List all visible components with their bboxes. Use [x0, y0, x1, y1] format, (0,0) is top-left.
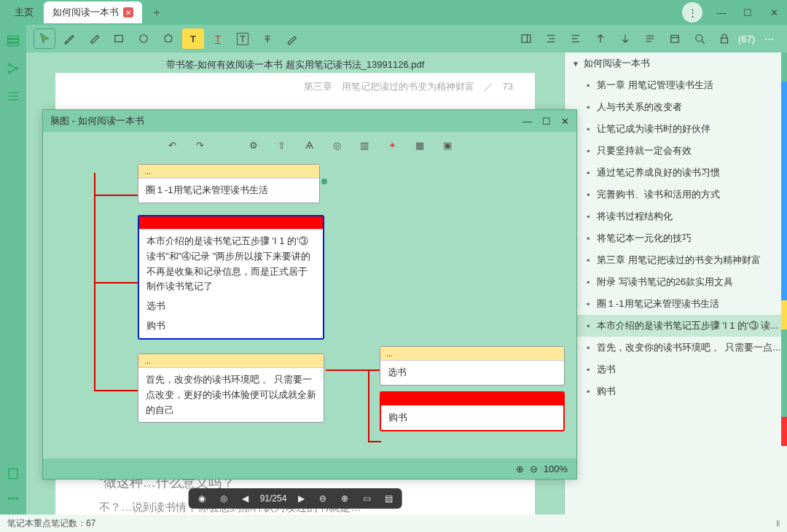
- mm-minimize-icon[interactable]: —: [522, 116, 532, 127]
- tab-doc[interactable]: 如何阅读一本书 ✕: [44, 1, 142, 23]
- highlighter-tool[interactable]: [281, 28, 303, 49]
- indent-left-icon[interactable]: [540, 28, 562, 49]
- svg-point-10: [9, 498, 11, 500]
- mm-zoom-out[interactable]: ⊖: [530, 463, 538, 474]
- mm-node-2[interactable]: . 本市介绍的是读书笔记五步骤 'I 1 的'③读书"和"④记录 "两步所以接下…: [138, 215, 324, 340]
- redo-icon[interactable]: ↷: [192, 137, 208, 153]
- download-icon[interactable]: [614, 28, 636, 49]
- mm-node-5[interactable]: . 购书: [380, 391, 565, 431]
- text-highlight-tool[interactable]: T: [182, 28, 204, 49]
- mm-node-1-head: ...: [138, 165, 319, 179]
- columns-icon[interactable]: ▥: [356, 137, 372, 153]
- zoom-in-icon[interactable]: ⊕: [337, 491, 352, 506]
- mm-node-3-head: ...: [138, 354, 324, 368]
- outline-item-label: 通过笔记养成良好的读书习惯: [597, 166, 720, 179]
- outline-icon[interactable]: [6, 34, 20, 48]
- circle-tool[interactable]: [133, 28, 154, 49]
- outline-item[interactable]: ▼如何阅读一本书: [565, 52, 787, 74]
- mindmap-icon[interactable]: [6, 61, 20, 76]
- tab-add[interactable]: ＋: [144, 1, 170, 25]
- outline-item[interactable]: 第一章 用笔记管理读书生活: [565, 74, 787, 96]
- tab-close-icon[interactable]: ✕: [123, 7, 133, 17]
- pager-next[interactable]: ▶: [294, 491, 308, 506]
- indent-right-icon[interactable]: [565, 28, 587, 49]
- close-button[interactable]: ✕: [767, 7, 781, 18]
- tab-main-label: 主页: [15, 6, 34, 19]
- outline-item[interactable]: 让笔记成为读书时的好伙伴: [565, 118, 787, 140]
- format-icon[interactable]: [639, 28, 661, 49]
- mm-node-2-head: .: [139, 216, 323, 230]
- target-icon[interactable]: ◎: [329, 137, 345, 153]
- outline-item[interactable]: ▶圈１-1用笔记来管理读书生活: [565, 293, 787, 315]
- mindmap-titlebar[interactable]: 脑图 - 如何阅读一本书 — ☐ ✕: [43, 110, 576, 132]
- rect-tool[interactable]: [108, 28, 130, 49]
- outline-item[interactable]: 人与书关系的改变者: [565, 96, 787, 118]
- undo-icon[interactable]: ↶: [164, 137, 180, 153]
- panel-toggle[interactable]: [515, 28, 537, 49]
- outline-item-label: 第一章 用笔记管理读书生活: [597, 79, 713, 92]
- overflow-icon[interactable]: ⋯: [758, 28, 780, 49]
- search-icon[interactable]: [689, 28, 710, 49]
- find-icon[interactable]: Ѧ: [301, 137, 317, 153]
- outline-item-label: 选书: [597, 363, 616, 376]
- arrow-icon[interactable]: ▼: [572, 60, 579, 68]
- outline-item[interactable]: 只要坚持就一定会有效: [565, 140, 787, 162]
- pen-tool[interactable]: [58, 28, 80, 49]
- mm-handle[interactable]: [321, 179, 327, 184]
- outline-item[interactable]: 将读书过程结构化: [565, 206, 787, 227]
- upload-icon[interactable]: [590, 28, 611, 49]
- grid-icon[interactable]: ▦: [412, 137, 428, 153]
- pager-pages: 91/254: [260, 493, 287, 504]
- mm-node-1[interactable]: ... 圈１-1用笔记来管理读书生活: [138, 164, 320, 203]
- maximize-button[interactable]: ☐: [740, 7, 755, 18]
- more-icon[interactable]: [6, 491, 20, 506]
- text-strike-tool[interactable]: T: [257, 28, 278, 49]
- theme-icon[interactable]: ✦: [384, 137, 400, 153]
- pager-first[interactable]: ◉: [195, 491, 209, 506]
- pointer-tool[interactable]: [34, 28, 55, 49]
- outline-item[interactable]: ▼首先，改变你的读书环境吧 。 只需要一点...: [565, 337, 787, 359]
- fit-width-icon[interactable]: ▭: [359, 491, 374, 506]
- outline-item-label: 将读书过程结构化: [597, 210, 673, 223]
- outline-item[interactable]: 选书: [565, 359, 787, 380]
- pager-prev[interactable]: ◀: [238, 491, 253, 506]
- pager-prev-sec[interactable]: ◎: [216, 491, 231, 506]
- minimize-button[interactable]: —: [714, 7, 729, 18]
- export-icon[interactable]: ⇧: [273, 137, 289, 153]
- svg-rect-30: [721, 38, 727, 43]
- image-icon[interactable]: ▣: [439, 137, 455, 153]
- list-icon[interactable]: [6, 89, 20, 103]
- outline-item[interactable]: ▶附录 写读书笔记的26款实用文具: [565, 271, 787, 293]
- more-menu-button[interactable]: ⋮: [682, 2, 702, 23]
- mm-zoom-in[interactable]: ⊕: [516, 463, 524, 474]
- calendar-icon[interactable]: [664, 28, 686, 49]
- mm-close-icon[interactable]: ✕: [561, 116, 569, 127]
- outline-item[interactable]: 完善购书、读书和活用的方式: [565, 184, 787, 206]
- settings-icon[interactable]: ⚙: [246, 137, 262, 153]
- outline-item[interactable]: 通过笔记养成良好的读书习惯: [565, 162, 787, 184]
- outline-item[interactable]: ▶第三章 用笔记把读过的书变为精神财富: [565, 249, 787, 271]
- text-underline-tool[interactable]: T: [207, 28, 229, 49]
- mm-node-4-head: ...: [380, 347, 564, 361]
- polygon-tool[interactable]: [157, 28, 179, 49]
- zoom-out-icon[interactable]: ⊖: [316, 491, 330, 506]
- outline-item[interactable]: 购书: [565, 380, 787, 402]
- statusbar: 笔记本重点笔记数：67 ⫴: [0, 515, 787, 532]
- mm-node-3[interactable]: ... 首先，改变你的读书环境吧 。 只需要一点改变，更好的读书体验便可以成就全…: [138, 353, 324, 423]
- outline-panel: ▼如何阅读一本书第一章 用笔记管理读书生活人与书关系的改变者让笔记成为读书时的好…: [564, 52, 787, 515]
- outline-item-label: 完善购书、读书和活用的方式: [597, 188, 720, 201]
- mm-node-4[interactable]: ... 选书: [380, 346, 565, 386]
- lock-icon[interactable]: [713, 28, 735, 49]
- svg-rect-0: [8, 36, 19, 38]
- tab-main[interactable]: 主页: [6, 1, 42, 23]
- fit-page-icon[interactable]: ▤: [381, 491, 396, 506]
- mindmap-canvas[interactable]: ... 圈１-1用笔记来管理读书生活 . 本市介绍的是读书笔记五步骤 'I 1 …: [43, 158, 576, 458]
- outline-item[interactable]: ▶本市介绍的是读书笔记五步骤 'I 1 的'③ 读...: [565, 315, 787, 337]
- book-icon[interactable]: [6, 466, 20, 481]
- outline-item[interactable]: ▶将笔记本一元化的技巧: [565, 227, 787, 249]
- outline-item-label: 附录 写读书笔记的26款实用文具: [597, 275, 733, 289]
- note-count: (67): [738, 34, 755, 44]
- mm-maximize-icon[interactable]: ☐: [542, 116, 551, 127]
- eraser-tool[interactable]: [83, 28, 105, 49]
- text-box-tool[interactable]: T: [232, 28, 254, 49]
